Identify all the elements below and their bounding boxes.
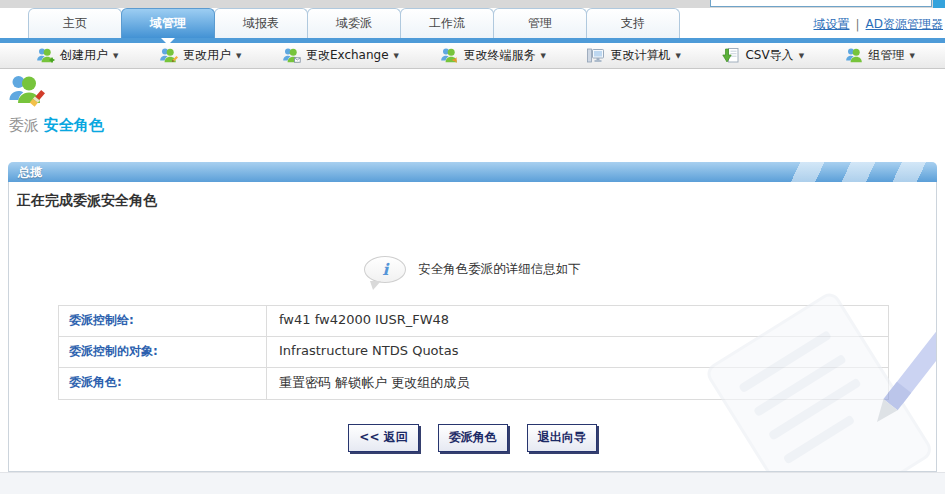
tab-admin[interactable]: 管理 (493, 8, 587, 38)
page-title: 委派 安全角色 (9, 116, 945, 135)
info-message: 安全角色委派的详细信息如下 (418, 261, 581, 278)
app-window: 主页域管理域报表域委派工作流管理支持 域设置|AD资源管理器 创建用户▼更改用户… (0, 0, 945, 498)
table-row-label: 委派控制的对象: (59, 337, 267, 367)
tab-domain-delegation[interactable]: 域委派 (307, 8, 401, 38)
table-row-value: Infrastructure NTDS Quotas (267, 337, 888, 367)
overview-panel: 总揽 正在完成委派安全角色 i 安全角色委派的详细信息如下 委派控制给:fw41… (8, 162, 937, 472)
toolbar-item-label: 创建用户 (60, 47, 108, 64)
page-title-text: 安全角色 (44, 116, 104, 134)
panel-header-label: 总揽 (18, 165, 42, 179)
link-ad-explorer[interactable]: AD资源管理器 (866, 16, 943, 33)
wizard-buttons: << 返回委派角色退出向导 (9, 424, 936, 452)
quick-links: 域设置|AD资源管理器 (814, 16, 944, 33)
tab-domain-management[interactable]: 域管理 (121, 8, 215, 38)
search-input-partial[interactable] (710, 0, 932, 7)
toolbar-item-modify-terminal-services[interactable]: 更改终端服务▼ (440, 47, 546, 64)
toolbar-item-modify-user[interactable]: 更改用户▼ (159, 47, 241, 64)
back-button[interactable]: << 返回 (348, 424, 418, 452)
table-row: 委派角色:重置密码 解锁帐户 更改组的成员 (58, 367, 889, 400)
info-icon: i (364, 256, 406, 283)
tab-support[interactable]: 支持 (586, 8, 680, 38)
delegate-security-role-icon (8, 74, 45, 108)
toolbar-item-label: 更改用户 (183, 47, 231, 64)
user-terminal-icon (440, 47, 459, 64)
tab-domain-reports[interactable]: 域报表 (214, 8, 308, 38)
user-mail-icon (282, 47, 301, 64)
chevron-down-icon: ▼ (541, 52, 546, 60)
table-row-value: 重置密码 解锁帐户 更改组的成员 (267, 368, 888, 399)
delegate-role-button[interactable]: 委派角色 (438, 424, 508, 452)
top-strip (0, 0, 945, 8)
tab-bar: 主页域管理域报表域委派工作流管理支持 域设置|AD资源管理器 (0, 8, 945, 38)
chevron-down-icon: ▼ (910, 52, 915, 60)
summary-table: 委派控制给:fw41 fw42000 IUSR_FW48委派控制的对象:Infr… (58, 305, 889, 400)
toolbar: 创建用户▼更改用户▼更改Exchange▼更改终端服务▼更改计算机▼CSV导入▼… (0, 43, 945, 69)
table-row: 委派控制的对象:Infrastructure NTDS Quotas (58, 336, 889, 368)
chevron-down-icon: ▼ (799, 52, 804, 60)
search-button-partial[interactable] (933, 0, 945, 8)
chevron-down-icon: ▼ (394, 52, 399, 60)
panel-body: 正在完成委派安全角色 i 安全角色委派的详细信息如下 委派控制给:fw41 fw… (8, 182, 937, 472)
toolbar-item-label: 更改计算机 (610, 47, 670, 64)
toolbar-item-label: 更改Exchange (306, 47, 389, 64)
toolbar-item-group-management[interactable]: 组管理▼ (845, 47, 915, 64)
group-icon (845, 47, 864, 64)
link-domain-settings[interactable]: 域设置 (814, 16, 850, 33)
toolbar-item-csv-import[interactable]: CSV导入▼ (721, 47, 804, 64)
toolbar-item-label: 组管理 (869, 47, 905, 64)
toolbar-item-modify-exchange[interactable]: 更改Exchange▼ (282, 47, 399, 64)
footer-strip (0, 472, 945, 494)
breadcrumb-prefix: 委派 (9, 116, 39, 134)
chevron-down-icon: ▼ (675, 52, 680, 60)
tab-home[interactable]: 主页 (28, 8, 122, 38)
quick-link-separator: | (856, 18, 860, 32)
table-row: 委派控制给:fw41 fw42000 IUSR_FW48 (58, 305, 889, 337)
chevron-down-icon: ▼ (236, 52, 241, 60)
tab-workflow[interactable]: 工作流 (400, 8, 494, 38)
toolbar-item-label: 更改终端服务 (464, 47, 536, 64)
table-row-label: 委派角色: (59, 368, 267, 399)
toolbar-item-label: CSV导入 (745, 47, 793, 64)
chevron-down-icon: ▼ (113, 52, 118, 60)
header-stripes-decoration (787, 162, 937, 182)
computer-icon (586, 47, 605, 64)
panel-header: 总揽 (8, 162, 937, 182)
user-add-icon (36, 47, 55, 64)
user-edit-icon (159, 47, 178, 64)
table-row-label: 委派控制给: (59, 306, 267, 336)
wizard-heading: 正在完成委派安全角色 (17, 192, 928, 210)
toolbar-item-create-user[interactable]: 创建用户▼ (36, 47, 118, 64)
table-row-value: fw41 fw42000 IUSR_FW48 (267, 306, 888, 336)
csv-import-icon (721, 47, 740, 64)
exit-wizard-button[interactable]: 退出向导 (527, 424, 597, 452)
info-row: i 安全角色委派的详细信息如下 (9, 256, 936, 283)
toolbar-item-modify-computer[interactable]: 更改计算机▼ (586, 47, 680, 64)
